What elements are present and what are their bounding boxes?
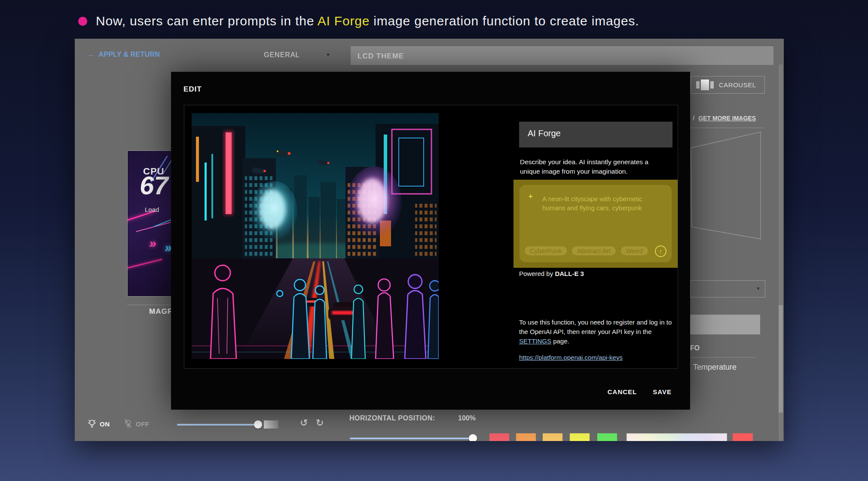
tag-cyberpunk[interactable]: CyberPunk (525, 246, 567, 255)
powered-by-engine: DALL-E 3 (555, 270, 584, 277)
ai-forge-panel-header: AI Forge (519, 122, 672, 147)
prompt-text-line1: A neon-lit cityscape with cybernetic (542, 194, 655, 203)
get-more-images-link[interactable]: GET MORE IMAGES (698, 115, 756, 122)
caption-highlight: AI Forge (318, 14, 370, 28)
color-swatch[interactable] (733, 433, 753, 441)
modal-actions: CANCEL SAVE (608, 388, 672, 395)
prompt-style-tags: CyberPunk Abstract Art Weird (525, 246, 648, 255)
gradient-color-swatch[interactable] (627, 433, 727, 441)
caption-text-before: Now, users can enter prompts in the (96, 14, 318, 28)
bullet-icon (78, 17, 87, 26)
horizontal-position-label: HORIZONTAL POSITION: (349, 414, 435, 422)
color-swatch[interactable] (570, 433, 590, 441)
caption: Now, users can enter prompts in the AI F… (78, 14, 639, 28)
api-registration-note: To use this function, you need to regist… (519, 318, 673, 346)
edit-modal: EDIT (171, 72, 690, 410)
bulb-off-icon (124, 419, 132, 429)
on-label: ON (100, 420, 110, 428)
breadcrumb: P / GET MORE IMAGES (685, 115, 756, 122)
info-label-partial: FO (690, 344, 700, 352)
app-window: ← APPLY & RETURN GENERAL ▼ LCD THEME CAR… (75, 39, 784, 441)
color-swatch[interactable] (489, 433, 509, 441)
lcd-theme-header: LCD THEME (351, 46, 773, 65)
horizontal-position-slider-knob[interactable] (469, 434, 477, 441)
horizontal-position-slider-track[interactable] (350, 438, 474, 439)
theme-dropdown[interactable]: ▼ (690, 280, 765, 297)
brightness-gradient-preview[interactable] (264, 420, 278, 429)
caption-text: Now, users can enter prompts in the AI F… (96, 14, 639, 28)
color-swatch[interactable] (543, 433, 562, 441)
settings-link[interactable]: SETTINGS (519, 337, 551, 345)
prompt-input[interactable]: + A neon-lit cityscape with cybernetic h… (520, 185, 672, 262)
caption-text-after: image generation function to create imag… (370, 14, 639, 28)
brightness-slider-track[interactable] (177, 424, 259, 426)
chevron-down-icon: ▼ (756, 286, 761, 291)
modal-title: EDIT (183, 85, 202, 94)
back-arrow-icon: ← (88, 51, 95, 58)
save-button[interactable]: SAVE (653, 388, 672, 395)
neon-chevron-decoration: » (165, 240, 170, 255)
color-swatch[interactable] (597, 433, 617, 441)
neon-chevron-decoration: » (149, 236, 155, 251)
powered-by-label: Powered by DALL-E 3 (519, 270, 584, 277)
prompt-text-line2: humans and flying cars, cyberpunk (542, 203, 655, 212)
temperature-label: Temperature (693, 363, 737, 372)
note-text-after: page. (551, 337, 569, 345)
screenshot-root: Now, users can enter prompts in the AI F… (0, 0, 868, 481)
carousel-label: CAROUSEL (719, 81, 756, 89)
carousel-icon (696, 80, 714, 90)
prompt-text[interactable]: A neon-lit cityscape with cybernetic hum… (542, 194, 655, 212)
bulb-on-icon (88, 419, 96, 429)
cancel-button[interactable]: CANCEL (608, 388, 637, 395)
cpu-metric-sublabel: Load (145, 206, 159, 213)
rotate-cw-icon[interactable]: ↻ (316, 418, 324, 428)
theme-name-label: MAGF (149, 307, 172, 316)
scrollbar-thumb[interactable] (779, 305, 783, 413)
tag-abstract-art[interactable]: Abstract Art (572, 246, 616, 255)
off-label: OFF (136, 420, 150, 428)
rotate-ccw-icon[interactable]: ↺ (300, 418, 308, 428)
apply-return-label: APPLY & RETURN (98, 51, 160, 58)
add-icon[interactable]: + (529, 193, 532, 200)
display-off-button[interactable]: OFF (124, 419, 150, 429)
lcd-theme-title: LCD THEME (351, 47, 773, 61)
category-select[interactable]: GENERAL (264, 51, 300, 59)
breadcrumb-separator: / (693, 115, 694, 122)
ai-forge-description: Describe your idea. AI instantly generat… (520, 157, 666, 176)
powered-by-prefix: Powered by (519, 270, 555, 277)
panel-action-button[interactable] (690, 315, 760, 334)
tag-weird[interactable]: Weird (621, 246, 648, 255)
carousel-wireframe-preview (689, 130, 767, 242)
generate-submit-button[interactable]: ↑ (655, 245, 666, 257)
cpu-metric-value: 67 (140, 172, 168, 199)
brightness-slider-knob[interactable] (254, 420, 262, 429)
apply-return-button[interactable]: ← APPLY & RETURN (88, 51, 160, 58)
ai-forge-title: AI Forge (519, 122, 672, 138)
ai-generated-image (192, 113, 439, 359)
scrollbar[interactable] (779, 64, 783, 441)
ai-forge-description-line1: Describe your idea. AI instantly generat… (520, 157, 666, 167)
api-keys-url-link[interactable]: https://platform.openai.com/api-keys (519, 354, 623, 361)
divider (691, 128, 764, 128)
chevron-down-icon[interactable]: ▼ (326, 52, 330, 57)
color-swatch[interactable] (516, 433, 536, 441)
carousel-button[interactable]: CAROUSEL (691, 76, 765, 94)
prompt-highlight-area: + A neon-lit cityscape with cybernetic h… (513, 180, 678, 268)
note-text-before: To use this function, you need to regist… (519, 319, 672, 335)
divider (690, 357, 756, 358)
display-on-button[interactable]: ON (88, 419, 110, 429)
horizontal-position-value: 100% (458, 414, 476, 422)
ai-forge-description-line2: unique image from your imagination. (520, 167, 666, 176)
